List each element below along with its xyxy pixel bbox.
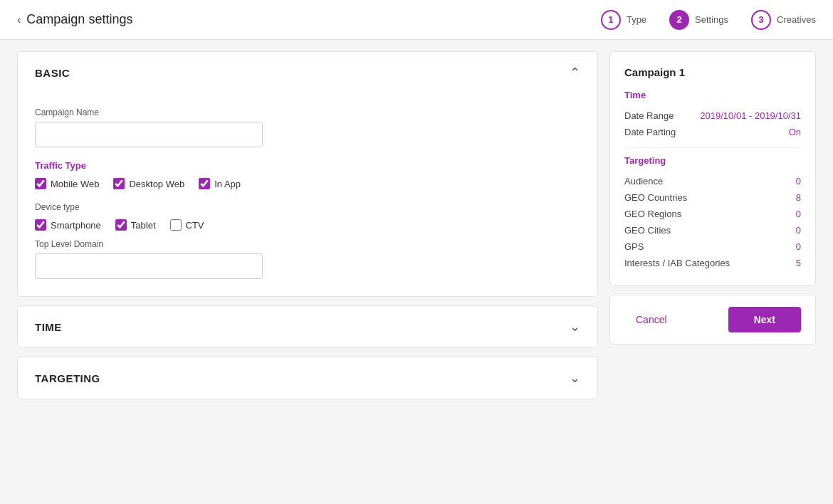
targeting-row-label-1: GEO Countries (624, 192, 687, 203)
step-creatives-circle: 3 (751, 10, 771, 30)
summary-date-parting-label: Date Parting (624, 127, 676, 137)
summary-targeting-row-2: GEO Regions 0 (624, 206, 801, 222)
basic-card-body: Campaign Name Traffic Type Mobile Web De… (18, 93, 597, 296)
summary-date-range-row: Date Range 2019/10/01 - 2019/10/31 (624, 107, 801, 124)
device-type-label: Device type (35, 202, 580, 212)
targeting-row-value-0: 0 (796, 176, 801, 187)
targeting-row-value-1: 8 (796, 192, 801, 203)
time-section-title: TIME (35, 321, 62, 333)
summary-campaign-name: Campaign 1 (624, 66, 801, 78)
summary-card: Campaign 1 Time Date Range 2019/10/01 - … (609, 51, 816, 286)
summary-divider (624, 147, 801, 148)
targeting-row-value-3: 0 (796, 225, 801, 236)
time-card: TIME ⌄ (17, 305, 598, 348)
top-bar-left: ‹ Campaign settings (17, 12, 132, 27)
targeting-row-label-5: Interests / IAB Categories (624, 258, 730, 268)
summary-date-parting-value: On (789, 127, 801, 137)
summary-targeting-row-4: GPS 0 (624, 238, 801, 255)
targeting-card: TARGETING ⌄ (17, 357, 598, 399)
targeting-section-header[interactable]: TARGETING ⌄ (18, 357, 597, 399)
traffic-desktop-web[interactable]: Desktop Web (113, 178, 184, 189)
traffic-type-label: Traffic Type (35, 160, 580, 171)
top-bar: ‹ Campaign settings 1 Type 2 Settings 3 … (0, 0, 833, 40)
device-tablet-checkbox[interactable] (115, 219, 127, 231)
step-type-circle: 1 (601, 10, 621, 30)
step-type[interactable]: 1 Type (601, 10, 646, 30)
back-button[interactable]: ‹ (17, 14, 21, 26)
summary-date-range-value: 2019/10/01 - 2019/10/31 (700, 110, 801, 121)
traffic-mobile-web-checkbox[interactable] (35, 178, 46, 189)
targeting-section-title: TARGETING (35, 372, 100, 384)
main-content: BASIC ⌃ Campaign Name Traffic Type Mobil… (0, 40, 833, 411)
targeting-row-label-2: GEO Regions (624, 209, 681, 219)
action-card: Cancel Next (609, 295, 816, 345)
targeting-row-label-3: GEO Cities (624, 225, 671, 236)
device-smartphone[interactable]: Smartphone (35, 219, 101, 231)
top-level-domain-input[interactable] (35, 253, 263, 279)
left-panel: BASIC ⌃ Campaign Name Traffic Type Mobil… (17, 51, 598, 399)
targeting-row-label-4: GPS (624, 241, 644, 252)
summary-date-parting-row: Date Parting On (624, 124, 801, 140)
traffic-type-group: Mobile Web Desktop Web In App (35, 178, 580, 189)
step-settings-label: Settings (695, 14, 728, 25)
top-level-domain-label: Top Level Domain (35, 239, 580, 249)
device-smartphone-label: Smartphone (51, 220, 101, 231)
device-tablet-label: Tablet (131, 220, 156, 231)
basic-section-title: BASIC (35, 67, 70, 79)
summary-targeting-title: Targeting (624, 155, 801, 166)
campaign-name-label: Campaign Name (35, 107, 580, 117)
traffic-in-app[interactable]: In App (199, 178, 241, 189)
device-ctv-checkbox[interactable] (170, 219, 182, 231)
cancel-button[interactable]: Cancel (624, 308, 679, 331)
traffic-mobile-web-label: Mobile Web (51, 179, 99, 189)
device-type-group: Smartphone Tablet CTV (35, 219, 580, 231)
campaign-name-input[interactable] (35, 122, 263, 147)
time-section-header[interactable]: TIME ⌄ (18, 306, 597, 347)
summary-date-range-label: Date Range (624, 110, 674, 121)
traffic-in-app-label: In App (214, 179, 241, 189)
traffic-mobile-web[interactable]: Mobile Web (35, 178, 99, 189)
targeting-rows: Audience 0 GEO Countries 8 GEO Regions 0… (624, 173, 801, 271)
step-settings-circle: 2 (669, 10, 689, 30)
targeting-row-value-2: 0 (796, 209, 801, 219)
step-type-label: Type (627, 14, 646, 25)
time-collapse-icon[interactable]: ⌄ (570, 319, 580, 335)
targeting-row-value-5: 5 (796, 258, 801, 268)
step-creatives[interactable]: 3 Creatives (751, 10, 816, 30)
summary-targeting-row-3: GEO Cities 0 (624, 222, 801, 238)
targeting-row-label-0: Audience (624, 176, 663, 187)
basic-collapse-icon[interactable]: ⌃ (570, 65, 580, 80)
summary-targeting-row-1: GEO Countries 8 (624, 189, 801, 206)
basic-card: BASIC ⌃ Campaign Name Traffic Type Mobil… (17, 51, 598, 297)
summary-targeting-row-5: Interests / IAB Categories 5 (624, 255, 801, 271)
basic-section-header: BASIC ⌃ (18, 52, 597, 93)
step-settings[interactable]: 2 Settings (669, 10, 728, 30)
page-title: Campaign settings (26, 12, 132, 27)
right-panel: Campaign 1 Time Date Range 2019/10/01 - … (609, 51, 816, 345)
traffic-desktop-web-checkbox[interactable] (113, 178, 125, 189)
summary-time-title: Time (624, 90, 801, 100)
device-ctv-label: CTV (186, 220, 204, 231)
targeting-collapse-icon[interactable]: ⌄ (570, 370, 580, 386)
next-button[interactable]: Next (728, 307, 801, 332)
stepper: 1 Type 2 Settings 3 Creatives (601, 10, 816, 30)
traffic-desktop-web-label: Desktop Web (129, 179, 184, 189)
traffic-in-app-checkbox[interactable] (199, 178, 210, 189)
summary-targeting-row-0: Audience 0 (624, 173, 801, 189)
step-creatives-label: Creatives (777, 14, 816, 25)
device-smartphone-checkbox[interactable] (35, 219, 46, 231)
device-tablet[interactable]: Tablet (115, 219, 156, 231)
device-ctv[interactable]: CTV (170, 219, 204, 231)
targeting-row-value-4: 0 (796, 241, 801, 252)
